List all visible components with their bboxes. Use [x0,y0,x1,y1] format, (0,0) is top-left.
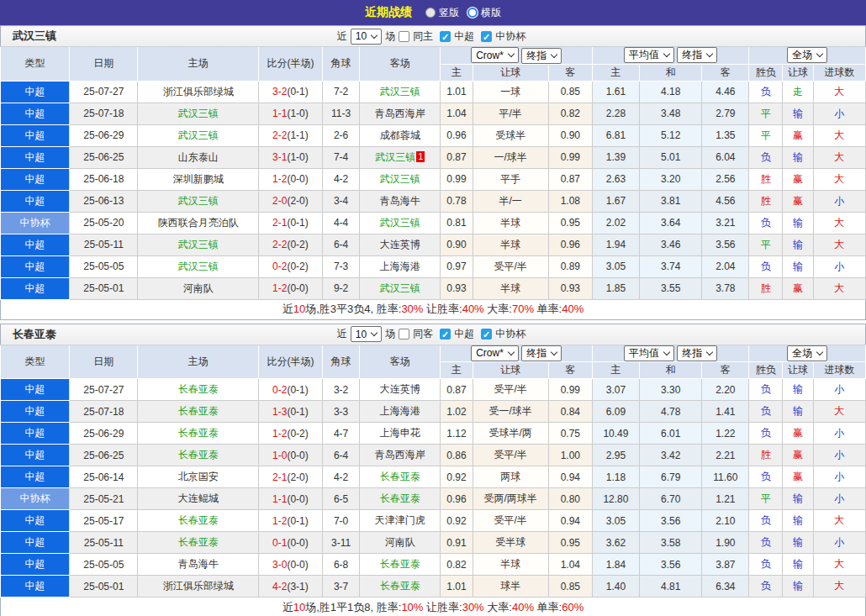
away-team-name[interactable]: 长春亚泰 [380,492,420,504]
home-team-cell[interactable]: 青岛海牛 [138,554,258,576]
home-team-cell[interactable]: 深圳新鹏城 [138,168,258,190]
home-team-name[interactable]: 武汉三镇 [178,129,219,141]
same-venue-checkbox[interactable] [399,31,409,42]
home-team-name[interactable]: 陕西联合月亮泊队 [158,217,239,229]
away-team-cell[interactable]: 武汉三镇 [360,212,441,234]
away-team-cell[interactable]: 长春亚泰 [360,466,441,488]
away-team-name[interactable]: 青岛西海岸 [375,449,425,461]
home-team-cell[interactable]: 浙江俱乐部绿城 [138,576,258,598]
home-team-cell[interactable]: 北京国安 [138,466,258,488]
games-count-select[interactable]: 10 [351,326,382,342]
home-team-name[interactable]: 大连鲲城 [178,492,219,504]
home-team-name[interactable]: 浙江俱乐部绿城 [163,580,234,592]
scope-select[interactable]: 全场 [787,345,827,361]
home-team-name[interactable]: 山东泰山 [178,151,219,163]
home-team-name[interactable]: 浙江俱乐部绿城 [163,86,234,97]
home-team-name[interactable]: 北京国安 [178,471,219,482]
home-team-cell[interactable]: 长春亚泰 [138,445,258,466]
same-venue-label[interactable]: 同主 [413,29,433,44]
odds-provider-select[interactable]: Crow* [471,47,519,63]
away-team-cell[interactable]: 上海申花 [360,423,441,445]
home-team-name[interactable]: 河南队 [183,282,214,294]
league-checkbox[interactable]: ✓ [440,329,451,340]
home-team-name[interactable]: 长春亚泰 [178,427,219,439]
away-team-name[interactable]: 长春亚泰 [380,471,420,482]
home-team-name[interactable]: 青岛海牛 [178,558,219,570]
home-team-name[interactable]: 长春亚泰 [178,449,219,461]
same-venue-label[interactable]: 同客 [413,327,433,341]
away-team-cell[interactable]: 长春亚泰 [360,554,441,576]
away-team-cell[interactable]: 青岛西海岸 [360,103,441,124]
league-label[interactable]: 中超 [454,327,474,341]
same-venue-checkbox[interactable] [399,329,409,340]
away-team-cell[interactable]: 长春亚泰 [360,488,441,510]
away-team-name[interactable]: 武汉三镇 [375,151,415,163]
away-team-name[interactable]: 武汉三镇 [380,217,420,229]
home-team-cell[interactable]: 长春亚泰 [138,379,258,401]
radio-option-vertical[interactable]: 竖版 [425,6,459,20]
home-team-name[interactable]: 长春亚泰 [178,405,219,417]
home-team-cell[interactable]: 河南队 [138,277,258,299]
away-team-name[interactable]: 成都蓉城 [380,129,420,141]
away-team-cell[interactable]: 武汉三镇1 [360,146,441,168]
games-count-select[interactable]: 10 [351,29,382,45]
radio-horizontal-icon[interactable] [467,8,478,18]
home-team-cell[interactable]: 长春亚泰 [138,401,258,423]
home-team-cell[interactable]: 陕西联合月亮泊队 [138,212,258,234]
away-team-name[interactable]: 武汉三镇 [380,86,420,97]
home-team-name[interactable]: 长春亚泰 [178,536,219,548]
away-team-name[interactable]: 青岛西海岸 [375,108,425,119]
home-team-cell[interactable]: 武汉三镇 [138,103,258,124]
odds-stage-select[interactable]: 终指 [521,48,562,64]
radio-option-horizontal[interactable]: 横版 [467,6,501,20]
away-team-name[interactable]: 武汉三镇 [380,282,420,294]
away-team-cell[interactable]: 武汉三镇 [360,168,441,190]
home-team-cell[interactable]: 武汉三镇 [138,234,258,255]
home-team-name[interactable]: 长春亚泰 [178,514,219,526]
home-team-cell[interactable]: 山东泰山 [138,146,258,168]
away-team-name[interactable]: 大连英博 [380,383,420,395]
cup-label[interactable]: 中协杯 [495,327,525,341]
home-team-cell[interactable]: 武汉三镇 [138,190,258,212]
avg-select[interactable]: 平均值 [624,47,674,63]
away-team-name[interactable]: 上海海港 [380,405,420,417]
avg-stage-select[interactable]: 终指 [677,345,717,361]
home-team-name[interactable]: 武汉三镇 [178,195,219,207]
away-team-cell[interactable]: 河南队 [360,532,441,554]
home-team-cell[interactable]: 武汉三镇 [138,124,258,146]
away-team-name[interactable]: 长春亚泰 [380,580,420,592]
away-team-cell[interactable]: 青岛海牛 [360,190,441,212]
avg-select[interactable]: 平均值 [624,345,674,361]
home-team-cell[interactable]: 长春亚泰 [138,510,258,532]
home-team-name[interactable]: 长春亚泰 [178,383,219,395]
home-team-name[interactable]: 武汉三镇 [178,261,219,272]
home-team-cell[interactable]: 大连鲲城 [138,488,258,510]
away-team-cell[interactable]: 长春亚泰 [360,576,441,598]
away-team-name[interactable]: 上海申花 [380,427,420,439]
away-team-cell[interactable]: 大连英博 [360,379,441,401]
away-team-name[interactable]: 长春亚泰 [380,558,420,570]
odds-stage-select[interactable]: 终指 [521,345,562,361]
cup-checkbox[interactable]: ✓ [481,31,492,42]
league-checkbox[interactable]: ✓ [440,31,451,42]
home-team-name[interactable]: 武汉三镇 [178,108,219,119]
avg-stage-select[interactable]: 终指 [677,47,717,63]
away-team-cell[interactable]: 天津津门虎 [360,510,441,532]
home-team-cell[interactable]: 长春亚泰 [138,532,258,554]
odds-provider-select[interactable]: Crow* [471,345,519,361]
away-team-cell[interactable]: 青岛西海岸 [360,445,441,466]
away-team-name[interactable]: 天津津门虎 [375,514,425,526]
away-team-name[interactable]: 大连英博 [380,239,420,250]
scope-select[interactable]: 全场 [787,47,827,63]
cup-label[interactable]: 中协杯 [495,29,525,44]
away-team-cell[interactable]: 成都蓉城 [360,124,441,146]
home-team-cell[interactable]: 长春亚泰 [138,423,258,445]
league-label[interactable]: 中超 [454,29,474,44]
home-team-cell[interactable]: 浙江俱乐部绿城 [138,81,258,103]
radio-vertical-icon[interactable] [425,8,436,18]
away-team-cell[interactable]: 上海海港 [360,401,441,423]
away-team-name[interactable]: 上海海港 [380,261,420,272]
away-team-cell[interactable]: 武汉三镇 [360,81,441,103]
home-team-name[interactable]: 武汉三镇 [178,239,219,250]
home-team-name[interactable]: 深圳新鹏城 [173,173,224,185]
